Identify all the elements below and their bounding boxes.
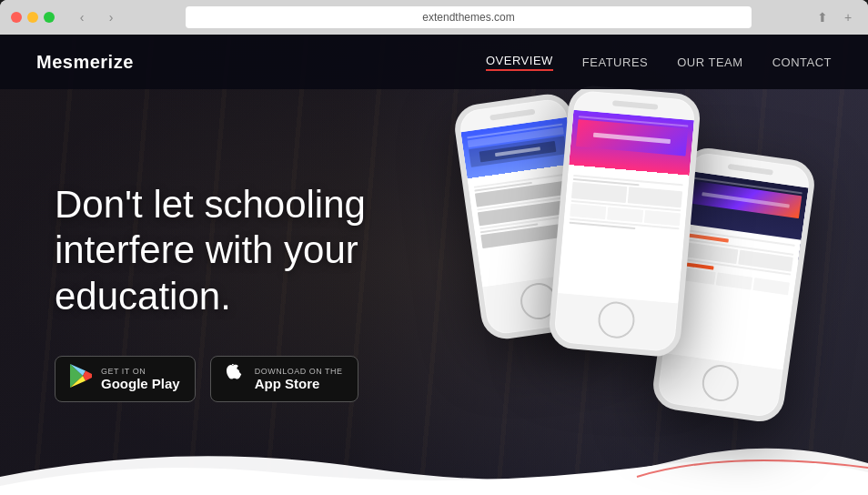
nav-overview[interactable]: OVERVIEW (486, 54, 553, 71)
google-play-icon (70, 364, 92, 394)
sg-3 (570, 204, 606, 219)
new-tab-icon[interactable]: + (839, 8, 857, 26)
nav-features[interactable]: FeaTuRES (582, 56, 648, 69)
site-logo: Mesmerize (36, 52, 134, 73)
sw3-g4 (716, 272, 753, 289)
screen-content-3 (683, 171, 808, 225)
app-store-name: App Store (255, 376, 343, 391)
phone-mockup-2 (548, 84, 702, 359)
url-text: extendthemes.com (422, 11, 514, 24)
nav-contact[interactable]: CoNTACT (772, 56, 832, 69)
nav-team[interactable]: our TeaM (677, 56, 742, 69)
sg-5 (644, 210, 681, 226)
screen-content-2 (570, 110, 694, 162)
sw3-g5 (752, 278, 790, 295)
sg-1 (571, 182, 627, 203)
browser-titlebar: ‹ › extendthemes.com ⬆ + (0, 0, 868, 35)
toolbar-right: ⬆ + (813, 8, 857, 26)
minimize-button[interactable] (27, 12, 38, 23)
phone-screen-2 (558, 110, 694, 304)
sg-2 (627, 187, 682, 207)
hero-headline: Don't let schooling interfere with your … (55, 182, 437, 319)
google-play-small: GET IT ON (101, 367, 180, 376)
nav-links: OVERVIEW FeaTuRES our TeaM CoNTACT (486, 54, 832, 71)
forward-button[interactable]: › (98, 8, 124, 26)
close-button[interactable] (11, 12, 22, 23)
sg-4 (607, 207, 643, 222)
apple-icon (226, 364, 246, 394)
app-store-small: Download on the (255, 367, 343, 376)
nav-buttons: ‹ › (69, 8, 124, 26)
google-play-button[interactable]: GET IT ON Google Play (55, 356, 196, 402)
site-nav: Mesmerize OVERVIEW FeaTuRES our TeaM CoN… (0, 35, 868, 89)
google-play-name: Google Play (101, 376, 180, 391)
website-content: Mesmerize OVERVIEW FeaTuRES our TeaM CoN… (0, 35, 868, 495)
browser-window: ‹ › extendthemes.com ⬆ + Mesmerize OVERV… (0, 0, 868, 495)
app-buttons: GET IT ON Google Play D (55, 356, 437, 402)
google-play-text: GET IT ON Google Play (101, 367, 180, 391)
address-bar[interactable]: extendthemes.com (186, 6, 752, 28)
app-store-text: Download on the App Store (255, 367, 343, 391)
back-button[interactable]: ‹ (69, 8, 95, 26)
screen-white-2 (558, 168, 689, 303)
phones-area (395, 80, 868, 495)
share-icon[interactable]: ⬆ (813, 8, 832, 26)
screen-content-1 (460, 117, 572, 174)
hero-text: Don't let schooling interfere with your … (55, 182, 437, 402)
traffic-lights (11, 12, 55, 23)
app-store-button[interactable]: Download on the App Store (210, 356, 358, 402)
screen-purple (558, 110, 694, 304)
maximize-button[interactable] (44, 12, 55, 23)
